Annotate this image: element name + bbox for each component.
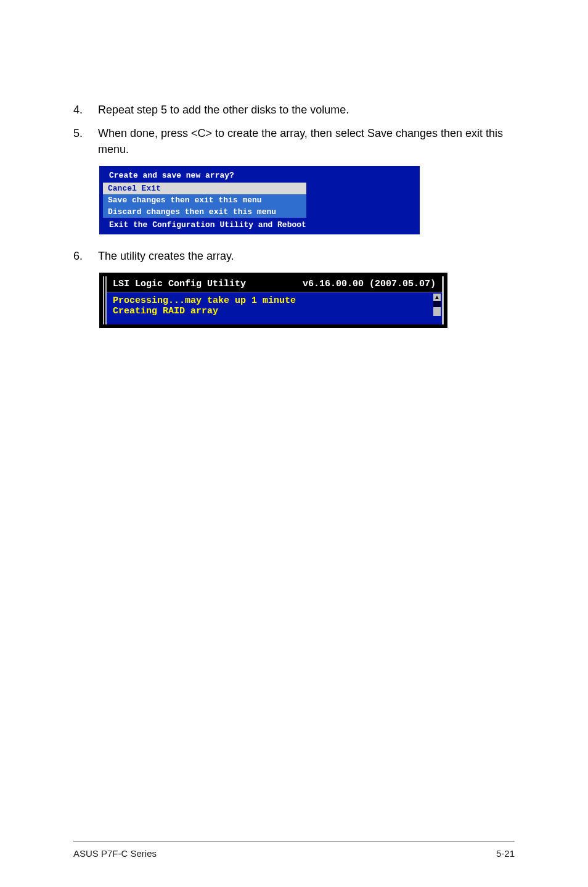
- scroll-thumb[interactable]: [433, 307, 441, 316]
- terminal-version: v6.16.00.00 (2007.05.07): [303, 279, 436, 289]
- terminal-header: LSI Logic Config Utility v6.16.00.00 (20…: [107, 276, 442, 292]
- terminal-title: LSI Logic Config Utility: [113, 279, 246, 289]
- menu-item-discard-exit[interactable]: Discard changes then exit this menu: [103, 206, 306, 218]
- menu-item-cancel-exit[interactable]: Cancel Exit: [103, 183, 306, 194]
- scroll-up-icon[interactable]: ▲: [433, 294, 441, 301]
- page-footer: ASUS P7F-C Series 5-21: [73, 841, 515, 859]
- step-number: 4.: [73, 102, 98, 118]
- save-array-menu: Create and save new array? Cancel Exit S…: [99, 166, 420, 234]
- terminal-body: Processing...may take up 1 minute Creati…: [107, 292, 442, 324]
- step-number: 6.: [73, 248, 98, 264]
- footer-page-number: 5-21: [496, 848, 515, 859]
- step-text: The utility creates the array.: [98, 248, 515, 264]
- scrollbar[interactable]: ▲: [433, 294, 441, 316]
- footer-product: ASUS P7F-C Series: [73, 848, 157, 859]
- menu-items: Cancel Exit Save changes then exit this …: [103, 183, 416, 218]
- step-text: Repeat step 5 to add the other disks to …: [98, 102, 515, 118]
- menu-footer: Exit the Configuration Utility and Reboo…: [103, 218, 416, 231]
- step-4: 4. Repeat step 5 to add the other disks …: [73, 102, 515, 118]
- step-5: 5. When done, press <C> to create the ar…: [73, 125, 515, 157]
- step-6: 6. The utility creates the array.: [73, 248, 515, 264]
- terminal-status-line-2: Creating RAID array: [113, 307, 437, 317]
- step-text: When done, press <C> to create the array…: [98, 125, 515, 157]
- terminal-screenshot: LSI Logic Config Utility v6.16.00.00 (20…: [99, 273, 447, 328]
- scroll-track-segment: [433, 301, 441, 307]
- terminal-status-line-1: Processing...may take up 1 minute: [113, 296, 437, 307]
- menu-title: Create and save new array?: [103, 168, 416, 183]
- menu-item-save-exit[interactable]: Save changes then exit this menu: [103, 194, 306, 206]
- step-number: 5.: [73, 125, 98, 157]
